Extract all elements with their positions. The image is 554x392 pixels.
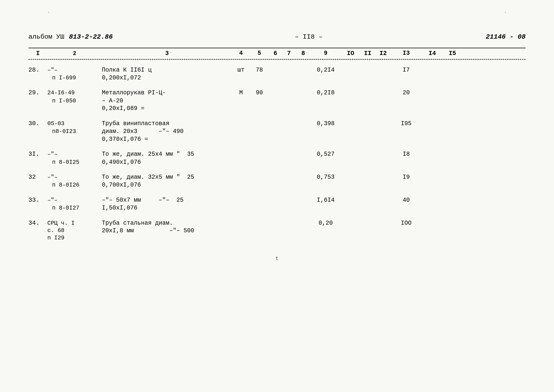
table-row: 28. –"– Полка К II6I ц шт 78 0,2I4 I7 п … [28,66,526,82]
row-30-name4: 0,370хI,076 = [102,136,232,143]
row-34-mass: 0,20 [310,219,341,227]
row-30-name1: Труба винипластовая [102,120,232,128]
row-31-name1: То же, диам. 25х4 мм " 35 [102,150,232,158]
row-34-name1: Труба стальная диам. 20хI,8 мм –"– 500 [102,219,232,235]
row-29-name3: 0,20хI,089 = [102,105,232,112]
row-32-page: I9 [391,173,422,181]
row-29-name2: – А-20 [102,97,232,105]
col-header-7: 7 [282,50,296,58]
row-32-ref1: –"– [47,174,102,181]
col-header-5: 5 [250,50,269,58]
row-34-page: IOO [391,219,422,227]
top-dot-left: · [47,9,50,15]
row-33-name1: –"– 50х7 мм –"– 25 [102,196,232,204]
row-34-ref1: СРЦ ч. I с. 68 п I29 [47,219,102,242]
row-28-num: 28. [28,66,47,74]
row-31-ref1: –"– [47,150,102,158]
row-29-ref2: п I-050 [47,97,102,105]
col-header-2: 2 [47,50,102,58]
row-30-ref2: п8-0I23 [47,128,102,135]
col-header-3: 3 [102,50,232,58]
row-28-qty: 78 [250,66,269,74]
row-33-page: 40 [391,196,422,204]
col-header-8: 8 [296,50,310,58]
row-32-ref2: п 8-0I26 [47,181,102,189]
row-31-ref2: п 8-0I25 [47,159,102,166]
col-header-14: I4 [422,50,443,58]
column-headers: I 2 3 4 5 6 7 8 9 IO II I2 I3 I4 I5 [28,48,526,60]
col-header-1: I [28,50,47,58]
row-33-ref1: –"– [47,196,102,204]
row-29-num: 29. [28,88,47,97]
row-29-page: 20 [391,89,422,97]
col-header-13: I3 [391,50,422,58]
col-header-6: 6 [269,50,282,58]
row-32-mass: 0,753 [310,173,341,181]
album-label: альбом УШ [28,33,64,41]
table-row: 3I. –"– То же, диам. 25х4 мм " 35 0,527 … [28,150,526,166]
row-33-name2: I,50хI,076 [102,204,232,212]
row-33-ref2: п 8-0I27 [47,204,102,212]
row-32-name1: То же, диам. 32х5 мм " 25 [102,174,232,181]
col-header-10: IO [341,50,360,58]
table-row: 33. –"– –"– 50х7 мм –"– 25 I,6I4 40 п 8-… [28,196,526,212]
row-29-ref1: 24-I6-49 [47,89,102,97]
row-32-num: 32 [28,173,47,181]
row-30-page: I95 [391,119,422,128]
row-31-num: 3I. [28,150,47,158]
table-row: 34. СРЦ ч. I с. 68 п I29 Труба стальная … [28,219,526,242]
row-30-ref1: 05-03 [47,120,102,127]
table-row: 32 –"– То же, диам. 32х5 мм " 25 0,753 I… [28,173,526,189]
col-header-12: I2 [375,50,391,58]
row-28-ref2: п I-699 [47,74,102,82]
row-29-mass: 0,2I8 [310,89,341,97]
row-29-name1: Металлорукав PI-Ц- [102,89,232,97]
row-28-name2: 0,200хI,072 [102,74,232,82]
col-header-4: 4 [232,50,250,58]
row-33-num: 33. [28,196,47,204]
footer-dot: t [28,256,526,262]
row-28-ref1: –"– [47,66,102,74]
col-header-9: 9 [310,50,341,58]
header-center: – II8 – [132,33,486,41]
row-33-mass: I,6I4 [310,196,341,204]
row-30-name2: диам. 20х3 –"– 490 [102,128,232,136]
row-28-mass: 0,2I4 [310,66,341,74]
row-31-page: I8 [391,150,422,158]
row-29-qty: 90 [250,89,269,97]
row-28-name1: Полка К II6I ц [102,66,232,74]
row-29-unit: М [232,89,250,97]
row-28-page: I7 [391,66,422,74]
col-header-11: II [360,50,375,58]
page: · · альбом УШ 813-2-22.86 – II8 – 21146 … [0,0,554,392]
row-34-num: 34. [28,219,47,227]
row-30-num: 30. [28,119,47,128]
row-30-mass: 0,398 [310,119,341,128]
row-31-mass: 0,527 [310,150,341,158]
row-28-unit: шт [232,66,250,74]
col-header-15: I5 [443,50,462,58]
table-row: 30. 05-03 Труба винипластовая 0,398 I95 … [28,119,526,143]
header: альбом УШ 813-2-22.86 – II8 – 21146 - 08 [28,33,526,41]
table-row: 29. 24-I6-49 Металлорукав PI-Ц- М 90 0,2… [28,88,526,112]
header-right-code: 21146 - 08 [486,33,526,41]
top-dot-right: · [504,9,507,15]
row-32-name2: 0,700хI,076 [102,181,232,189]
row-31-name2: 0,490хI,076 [102,159,232,166]
header-code: 813-2-22.86 [69,33,113,41]
